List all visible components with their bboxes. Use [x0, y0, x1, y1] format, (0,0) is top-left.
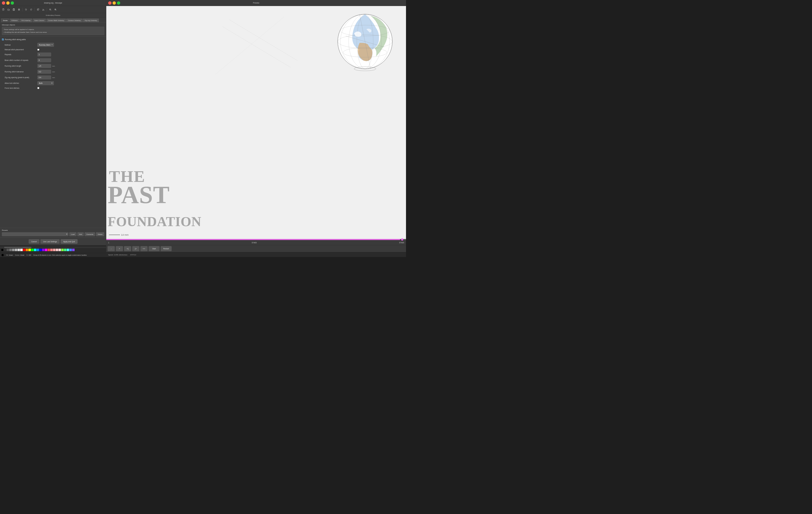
- color-swatch[interactable]: [72, 248, 75, 251]
- color-swatch[interactable]: [53, 248, 55, 251]
- color-swatch[interactable]: [39, 248, 42, 251]
- tab-fillstitch[interactable]: FillStitch: [9, 19, 20, 22]
- force-lock-checkbox[interactable]: [37, 87, 39, 89]
- preview-title-bar: Preview: [106, 0, 406, 6]
- print-btn[interactable]: [17, 7, 21, 12]
- color-swatch[interactable]: [37, 248, 39, 251]
- color-swatch[interactable]: [69, 248, 72, 251]
- rewind-btn[interactable]: <<: [140, 246, 148, 251]
- stitch-length-input[interactable]: [37, 64, 51, 68]
- color-swatch[interactable]: [42, 248, 45, 251]
- close-button[interactable]: [2, 1, 5, 5]
- color-swatch[interactable]: [23, 248, 25, 251]
- info-line2: • Enabling this tab will disable Satin C…: [4, 31, 103, 34]
- tab-center-walk[interactable]: Center-Walk Underlay: [46, 19, 66, 22]
- color-swatch[interactable]: [56, 248, 58, 251]
- active-color-swatch[interactable]: [1, 248, 4, 251]
- color-swatch[interactable]: [20, 248, 23, 251]
- color-swatch[interactable]: [4, 248, 6, 251]
- scale-indicator: 14 mm: [109, 234, 129, 237]
- load-preset-btn[interactable]: Load: [69, 233, 76, 236]
- delete-preset-btn[interactable]: Delete: [96, 233, 104, 236]
- add-preset-btn[interactable]: Add: [77, 233, 84, 236]
- bean-stitch-input[interactable]: [37, 58, 51, 62]
- save-btn[interactable]: [11, 7, 16, 12]
- restart-btn[interactable]: Restart: [161, 246, 172, 251]
- tab-satin-column[interactable]: Satin Column: [32, 19, 46, 22]
- zoom-in-btn[interactable]: [53, 7, 58, 12]
- manual-stitch-checkbox[interactable]: [37, 49, 39, 51]
- tab-zigzag[interactable]: Zig-zag Underlay: [83, 19, 99, 22]
- fill-status: Fill: Unset: [6, 254, 13, 256]
- progress-thumb[interactable]: [401, 238, 403, 241]
- color-swatch[interactable]: [12, 248, 14, 251]
- next-btn[interactable]: |>: [132, 246, 139, 251]
- color-swatch[interactable]: [31, 248, 34, 251]
- running-stitch-checkbox[interactable]: [2, 38, 4, 40]
- plus-btn[interactable]: +: [116, 246, 123, 251]
- zoom-out-btn[interactable]: [48, 7, 53, 12]
- fullscreen-button[interactable]: [11, 1, 14, 5]
- minus-btn[interactable]: -: [108, 246, 115, 251]
- tab-fill-underlay[interactable]: Fill Underlay: [20, 19, 32, 22]
- color-swatch[interactable]: [28, 248, 31, 251]
- color-swatch[interactable]: [50, 248, 53, 251]
- color-swatch[interactable]: [48, 248, 50, 251]
- undo-btn[interactable]: [24, 7, 28, 12]
- preview-progress-bar[interactable]: [106, 239, 406, 240]
- method-row: Method Running Stitch Bean Stitch Manual…: [2, 43, 105, 47]
- preview-minimize-btn[interactable]: [113, 1, 116, 5]
- preview-speed: Speed: 11481 stitches/sec: [108, 254, 127, 255]
- duplicate-btn[interactable]: [36, 7, 40, 12]
- svg-rect-5: [19, 9, 20, 10]
- svg-rect-2: [13, 8, 14, 9]
- opacity-value: 100: [29, 254, 31, 256]
- color-swatch[interactable]: [58, 248, 61, 251]
- tab-contour[interactable]: Contour Underlay: [66, 19, 83, 22]
- color-swatch[interactable]: [26, 248, 28, 251]
- stitch-tolerance-input[interactable]: [37, 70, 51, 74]
- color-palette: [0, 248, 106, 251]
- manual-stitch-row: Manual stitch placement: [2, 49, 105, 51]
- prev-btn[interactable]: <|: [124, 246, 131, 251]
- preview-close-btn[interactable]: [108, 1, 112, 5]
- tab-stroke[interactable]: Stroke: [1, 19, 9, 22]
- zigzag-spacing-input[interactable]: [37, 75, 51, 80]
- overwrite-preset-btn[interactable]: Overwrite: [84, 233, 95, 236]
- minimize-button[interactable]: [6, 1, 9, 5]
- color-swatch[interactable]: [18, 248, 20, 251]
- color-swatch[interactable]: [64, 248, 66, 251]
- repeats-input[interactable]: [37, 53, 51, 57]
- presets-dropdown[interactable]: [2, 233, 68, 236]
- color-swatch[interactable]: [15, 248, 17, 251]
- open-file-btn[interactable]: [6, 7, 11, 12]
- globe-graphic: [332, 9, 398, 74]
- cancel-btn[interactable]: Cancel: [29, 239, 39, 244]
- tabs-row: Stroke FillStitch Fill Underlay Satin Co…: [0, 18, 106, 22]
- color-swatch[interactable]: [45, 248, 47, 251]
- stitch-tolerance-label: Running stitch tolerance: [5, 71, 37, 73]
- counter-min: 1: [108, 241, 109, 244]
- repeats-label: Repeats: [5, 54, 37, 56]
- start-btn[interactable]: Start: [149, 246, 160, 251]
- color-swatch[interactable]: [34, 248, 36, 251]
- color-swatch[interactable]: [9, 248, 12, 251]
- preview-status-bar: Speed: 11481 stitches/sec STITCH: [106, 252, 406, 257]
- traffic-lights: [2, 1, 14, 5]
- apply-quit-btn[interactable]: Apply and Quit: [61, 239, 78, 244]
- color-swatch[interactable]: [67, 248, 69, 251]
- color-swatch[interactable]: [6, 248, 9, 251]
- fill-label: Fill:: [6, 254, 8, 256]
- preview-fullscreen-btn[interactable]: [117, 1, 120, 5]
- new-file-btn[interactable]: [1, 7, 6, 12]
- presets-section: Presets Load Add Overwrite Delete: [0, 228, 106, 238]
- allow-lock-select[interactable]: Both Before only After only Neither: [37, 81, 54, 85]
- color-swatch[interactable]: [61, 248, 64, 251]
- redo-btn[interactable]: [29, 7, 34, 12]
- method-select[interactable]: Running Stitch Bean Stitch Manual Stitch: [37, 43, 54, 47]
- use-last-settings-btn[interactable]: Use Last Settings: [40, 239, 60, 244]
- inkscape-title-text: drawing.svg - Inkscape: [44, 2, 62, 4]
- fill-value: Unset: [9, 254, 13, 256]
- stitch-tolerance-unit: mm: [52, 71, 55, 73]
- cut-btn[interactable]: [41, 7, 46, 12]
